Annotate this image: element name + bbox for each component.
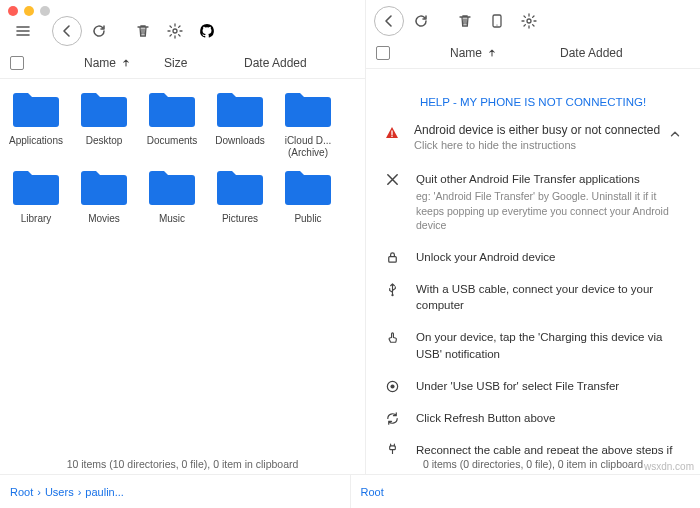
step-text: Reconnect the cable and repeat the above… xyxy=(416,442,682,454)
help-link[interactable]: HELP - MY PHONE IS NOT CONNECTING! xyxy=(420,96,646,108)
alert-title: Android device is either busy or not con… xyxy=(414,123,660,137)
folder-icon xyxy=(284,91,332,129)
folder-icon xyxy=(12,169,60,207)
settings-button[interactable] xyxy=(514,6,544,36)
folder-item[interactable]: iCloud D... (Archive) xyxy=(280,91,336,159)
folder-icon xyxy=(216,91,264,129)
menu-button[interactable] xyxy=(8,16,38,46)
folder-icon xyxy=(216,169,264,207)
instruction-step: Click Refresh Button above xyxy=(378,402,688,434)
instruction-step: With a USB cable, connect your device to… xyxy=(378,273,688,321)
close-icon xyxy=(384,172,400,187)
folder-label: Documents xyxy=(147,135,198,147)
touch-icon xyxy=(384,330,400,345)
select-all-checkbox[interactable] xyxy=(10,56,24,70)
radio-icon xyxy=(384,379,400,394)
folder-icon xyxy=(12,91,60,129)
local-pane: Name Size Date Added ApplicationsDesktop… xyxy=(0,0,365,474)
settings-button[interactable] xyxy=(160,16,190,46)
instruction-step: On your device, tap the 'Charging this d… xyxy=(378,321,688,369)
maximize-window-icon[interactable] xyxy=(40,6,50,16)
left-status-bar: 10 items (10 directories, 0 file), 0 ite… xyxy=(0,454,365,474)
breadcrumb-segment[interactable]: Root xyxy=(361,486,384,498)
watermark: wsxdn.com xyxy=(644,461,694,472)
left-column-header: Name Size Date Added xyxy=(0,48,365,79)
lock-icon xyxy=(384,250,400,265)
minimize-window-icon[interactable] xyxy=(24,6,34,16)
step-text: On your device, tap the 'Charging this d… xyxy=(416,329,682,361)
folder-label: iCloud D... (Archive) xyxy=(280,135,336,159)
folder-label: Movies xyxy=(88,213,120,225)
breadcrumb-segment[interactable]: paulin... xyxy=(85,486,124,498)
back-button[interactable] xyxy=(374,6,404,36)
folder-label: Public xyxy=(294,213,321,225)
window-controls[interactable] xyxy=(0,0,58,16)
folder-label: Applications xyxy=(9,135,63,147)
col-name[interactable]: Name xyxy=(450,46,560,60)
right-breadcrumb: Root xyxy=(361,486,691,498)
folder-item[interactable]: Desktop xyxy=(76,91,132,159)
sort-asc-icon xyxy=(120,57,132,69)
folder-item[interactable]: Public xyxy=(280,169,336,225)
breadcrumb-sep: › xyxy=(78,486,82,498)
folder-icon xyxy=(148,169,196,207)
folder-icon xyxy=(80,91,128,129)
footer: Root›Users›paulin... Root xyxy=(0,474,700,508)
instruction-list: Quit other Android File Transfer applica… xyxy=(374,157,692,454)
left-breadcrumb: Root›Users›paulin... xyxy=(10,486,340,498)
delete-button[interactable] xyxy=(450,6,480,36)
instruction-step: Quit other Android File Transfer applica… xyxy=(378,163,688,241)
device-pane: Name Date Added HELP - MY PHONE IS NOT C… xyxy=(365,0,700,474)
breadcrumb-segment[interactable]: Users xyxy=(45,486,74,498)
breadcrumb-segment[interactable]: Root xyxy=(10,486,33,498)
help-link-row: HELP - MY PHONE IS NOT CONNECTING! xyxy=(374,81,692,119)
folder-label: Music xyxy=(159,213,185,225)
folder-label: Library xyxy=(21,213,52,225)
instruction-step: Reconnect the cable and repeat the above… xyxy=(378,434,688,454)
chevron-up-icon[interactable] xyxy=(668,127,682,144)
refresh-button[interactable] xyxy=(84,16,114,46)
folder-item[interactable]: Downloads xyxy=(212,91,268,159)
close-window-icon[interactable] xyxy=(8,6,18,16)
folder-label: Pictures xyxy=(222,213,258,225)
step-text: Click Refresh Button above xyxy=(416,410,682,426)
folder-icon xyxy=(148,91,196,129)
folder-label: Desktop xyxy=(86,135,123,147)
sort-asc-icon xyxy=(486,47,498,59)
folder-icon xyxy=(284,169,332,207)
folder-item[interactable]: Music xyxy=(144,169,200,225)
delete-button[interactable] xyxy=(128,16,158,46)
folder-icon xyxy=(80,169,128,207)
instruction-step: Unlock your Android device xyxy=(378,241,688,273)
right-toolbar xyxy=(366,0,700,38)
refresh-icon xyxy=(384,411,400,426)
cable-icon xyxy=(384,443,400,454)
folder-item[interactable]: Library xyxy=(8,169,64,225)
connection-alert[interactable]: Android device is either busy or not con… xyxy=(374,119,692,157)
col-date[interactable]: Date Added xyxy=(244,56,355,70)
github-button[interactable] xyxy=(192,16,222,46)
folder-item[interactable]: Movies xyxy=(76,169,132,225)
col-name[interactable]: Name xyxy=(84,56,164,70)
step-text: Quit other Android File Transfer applica… xyxy=(416,171,682,233)
refresh-button[interactable] xyxy=(406,6,436,36)
step-text: With a USB cable, connect your device to… xyxy=(416,281,682,313)
usb-icon xyxy=(384,282,400,297)
step-text: Under 'Use USB for' select File Transfer xyxy=(416,378,682,394)
breadcrumb-sep: › xyxy=(37,486,41,498)
instruction-step: Under 'Use USB for' select File Transfer xyxy=(378,370,688,402)
back-button[interactable] xyxy=(52,16,82,46)
folder-item[interactable]: Applications xyxy=(8,91,64,159)
folder-item[interactable]: Pictures xyxy=(212,169,268,225)
right-body: HELP - MY PHONE IS NOT CONNECTING! Andro… xyxy=(366,69,700,454)
folder-item[interactable]: Documents xyxy=(144,91,200,159)
col-size[interactable]: Size xyxy=(164,56,244,70)
warning-icon xyxy=(384,125,400,144)
left-file-grid: ApplicationsDesktopDocumentsDownloadsiCl… xyxy=(0,79,365,454)
col-date[interactable]: Date Added xyxy=(560,46,690,60)
storage-button[interactable] xyxy=(482,6,512,36)
select-all-checkbox[interactable] xyxy=(376,46,390,60)
step-text: Unlock your Android device xyxy=(416,249,682,265)
right-column-header: Name Date Added xyxy=(366,38,700,69)
alert-subtitle: Click here to hide the instructions xyxy=(414,139,660,151)
